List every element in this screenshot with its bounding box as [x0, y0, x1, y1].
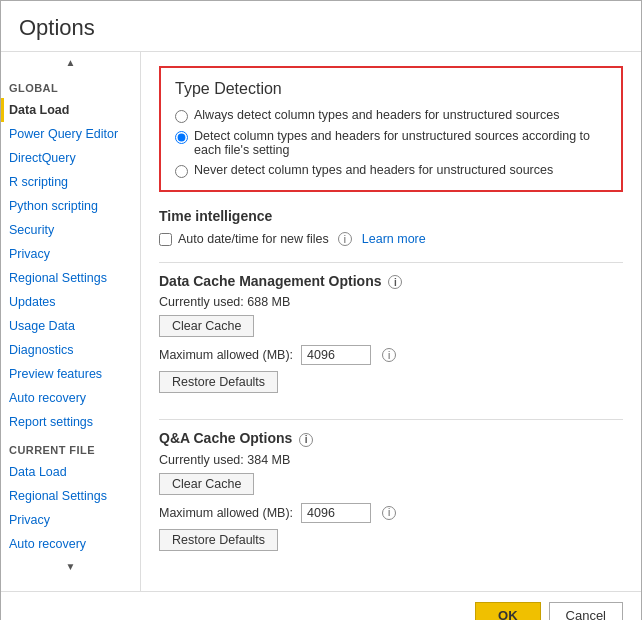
- data-cache-restore-button[interactable]: Restore Defaults: [159, 371, 278, 393]
- sidebar-scroll-up[interactable]: ▲: [1, 52, 140, 72]
- global-section-label: GLOBAL: [1, 72, 140, 98]
- sidebar-item-r-scripting[interactable]: R scripting: [1, 170, 140, 194]
- sidebar-item-security[interactable]: Security: [1, 218, 140, 242]
- data-cache-max-input[interactable]: [301, 345, 371, 365]
- sidebar-item-cf-data-load[interactable]: Data Load: [1, 460, 140, 484]
- sidebar-item-cf-privacy[interactable]: Privacy: [1, 508, 140, 532]
- sidebar-item-auto-recovery[interactable]: Auto recovery: [1, 386, 140, 410]
- sidebar-item-power-query-editor[interactable]: Power Query Editor: [1, 122, 140, 146]
- data-cache-used: Currently used: 688 MB: [159, 295, 623, 309]
- auto-datetime-label: Auto date/time for new files: [178, 232, 329, 246]
- dialog-title: Options: [1, 1, 641, 52]
- auto-datetime-row: Auto date/time for new files i Learn mor…: [159, 232, 623, 246]
- current-file-section-label: CURRENT FILE: [1, 434, 140, 460]
- radio-always-label: Always detect column types and headers f…: [194, 108, 559, 122]
- sidebar-item-data-load[interactable]: Data Load: [1, 98, 140, 122]
- options-dialog: Options ▲ GLOBAL Data Load Power Query E…: [0, 0, 642, 620]
- sidebar-item-regional-settings[interactable]: Regional Settings: [1, 266, 140, 290]
- data-cache-title: Data Cache Management Options i: [159, 273, 623, 289]
- qa-cache-used: Currently used: 384 MB: [159, 453, 623, 467]
- sidebar-scroll-down[interactable]: ▼: [1, 556, 140, 576]
- type-detection-section: Type Detection Always detect column type…: [159, 66, 623, 192]
- type-detection-option-per-file[interactable]: Detect column types and headers for unst…: [175, 129, 607, 157]
- divider-2: [159, 419, 623, 420]
- sidebar-item-preview-features[interactable]: Preview features: [1, 362, 140, 386]
- qa-cache-section: Q&A Cache Options i Currently used: 384 …: [159, 430, 623, 558]
- dialog-body: ▲ GLOBAL Data Load Power Query Editor Di…: [1, 52, 641, 591]
- sidebar-item-privacy[interactable]: Privacy: [1, 242, 140, 266]
- learn-more-link[interactable]: Learn more: [362, 232, 426, 246]
- divider-1: [159, 262, 623, 263]
- data-cache-max-label: Maximum allowed (MB):: [159, 348, 293, 362]
- qa-cache-title: Q&A Cache Options i: [159, 430, 623, 446]
- radio-per-file-label: Detect column types and headers for unst…: [194, 129, 607, 157]
- qa-cache-max-label: Maximum allowed (MB):: [159, 506, 293, 520]
- qa-cache-info-icon: i: [299, 433, 313, 447]
- auto-datetime-info-icon: i: [338, 232, 352, 246]
- sidebar-item-cf-auto-recovery[interactable]: Auto recovery: [1, 532, 140, 556]
- data-cache-max-row: Maximum allowed (MB): i: [159, 345, 623, 365]
- qa-cache-max-info-icon: i: [382, 506, 396, 520]
- data-cache-clear-button[interactable]: Clear Cache: [159, 315, 254, 337]
- type-detection-option-always[interactable]: Always detect column types and headers f…: [175, 108, 607, 123]
- time-intelligence-section: Time intelligence Auto date/time for new…: [159, 208, 623, 246]
- qa-cache-clear-button[interactable]: Clear Cache: [159, 473, 254, 495]
- sidebar-item-directquery[interactable]: DirectQuery: [1, 146, 140, 170]
- data-cache-info-icon: i: [388, 275, 402, 289]
- type-detection-title: Type Detection: [175, 80, 607, 98]
- sidebar-item-updates[interactable]: Updates: [1, 290, 140, 314]
- radio-never[interactable]: [175, 165, 188, 178]
- data-cache-section: Data Cache Management Options i Currentl…: [159, 273, 623, 401]
- radio-never-label: Never detect column types and headers fo…: [194, 163, 553, 177]
- sidebar-scroll[interactable]: ▲ GLOBAL Data Load Power Query Editor Di…: [1, 52, 140, 591]
- radio-always[interactable]: [175, 110, 188, 123]
- cancel-button[interactable]: Cancel: [549, 602, 623, 620]
- sidebar-item-usage-data[interactable]: Usage Data: [1, 314, 140, 338]
- qa-cache-max-input[interactable]: [301, 503, 371, 523]
- auto-datetime-checkbox[interactable]: [159, 233, 172, 246]
- sidebar-item-cf-regional-settings[interactable]: Regional Settings: [1, 484, 140, 508]
- main-content: Type Detection Always detect column type…: [141, 52, 641, 591]
- dialog-footer: OK Cancel: [1, 591, 641, 620]
- radio-per-file[interactable]: [175, 131, 188, 144]
- type-detection-options: Always detect column types and headers f…: [175, 108, 607, 178]
- qa-cache-max-row: Maximum allowed (MB): i: [159, 503, 623, 523]
- qa-cache-restore-button[interactable]: Restore Defaults: [159, 529, 278, 551]
- ok-button[interactable]: OK: [475, 602, 541, 620]
- sidebar-item-python-scripting[interactable]: Python scripting: [1, 194, 140, 218]
- data-cache-max-info-icon: i: [382, 348, 396, 362]
- time-intelligence-title: Time intelligence: [159, 208, 623, 224]
- type-detection-option-never[interactable]: Never detect column types and headers fo…: [175, 163, 607, 178]
- sidebar-item-report-settings[interactable]: Report settings: [1, 410, 140, 434]
- sidebar: ▲ GLOBAL Data Load Power Query Editor Di…: [1, 52, 141, 591]
- sidebar-item-diagnostics[interactable]: Diagnostics: [1, 338, 140, 362]
